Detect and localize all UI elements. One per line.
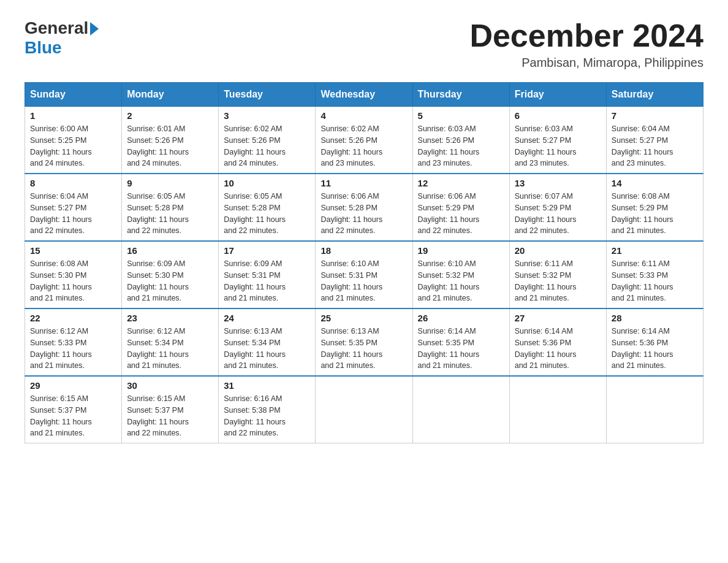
day-cell: 17Sunrise: 6:09 AMSunset: 5:31 PMDayligh…	[219, 241, 316, 308]
day-cell: 30Sunrise: 6:15 AMSunset: 5:37 PMDayligh…	[122, 376, 219, 443]
day-number: 15	[30, 245, 116, 256]
week-row-3: 15Sunrise: 6:08 AMSunset: 5:30 PMDayligh…	[25, 241, 703, 308]
day-info: Sunrise: 6:10 AMSunset: 5:31 PMDaylight:…	[320, 258, 407, 304]
day-number: 5	[418, 110, 504, 121]
day-info: Sunrise: 6:04 AMSunset: 5:27 PMDaylight:…	[30, 191, 116, 237]
day-number: 1	[30, 110, 116, 121]
day-number: 30	[127, 380, 213, 391]
day-info: Sunrise: 6:07 AMSunset: 5:29 PMDaylight:…	[515, 191, 601, 237]
day-number: 6	[515, 110, 601, 121]
day-info: Sunrise: 6:14 AMSunset: 5:36 PMDaylight:…	[612, 326, 698, 372]
col-header-friday: Friday	[509, 83, 606, 107]
day-cell: 15Sunrise: 6:08 AMSunset: 5:30 PMDayligh…	[25, 241, 122, 308]
day-number: 14	[612, 178, 698, 188]
day-number: 13	[515, 178, 601, 188]
day-cell: 1Sunrise: 6:00 AMSunset: 5:25 PMDaylight…	[25, 107, 122, 174]
day-cell: 23Sunrise: 6:12 AMSunset: 5:34 PMDayligh…	[122, 308, 219, 376]
day-number: 27	[515, 313, 601, 323]
day-info: Sunrise: 6:14 AMSunset: 5:36 PMDaylight:…	[515, 326, 601, 372]
col-header-thursday: Thursday	[412, 83, 509, 107]
day-cell: 19Sunrise: 6:10 AMSunset: 5:32 PMDayligh…	[412, 241, 509, 308]
day-cell: 16Sunrise: 6:09 AMSunset: 5:30 PMDayligh…	[122, 241, 219, 308]
day-cell: 29Sunrise: 6:15 AMSunset: 5:37 PMDayligh…	[25, 376, 122, 443]
col-header-saturday: Saturday	[606, 83, 703, 107]
col-header-wednesday: Wednesday	[316, 83, 412, 107]
logo-blue: Blue	[25, 38, 62, 57]
day-number: 4	[320, 110, 407, 121]
day-cell: 6Sunrise: 6:03 AMSunset: 5:27 PMDaylight…	[509, 107, 606, 174]
day-info: Sunrise: 6:03 AMSunset: 5:27 PMDaylight:…	[515, 123, 601, 169]
logo: General Blue	[25, 18, 99, 58]
day-info: Sunrise: 6:06 AMSunset: 5:28 PMDaylight:…	[320, 191, 407, 237]
day-cell: 31Sunrise: 6:16 AMSunset: 5:38 PMDayligh…	[219, 376, 316, 443]
day-cell: 9Sunrise: 6:05 AMSunset: 5:28 PMDaylight…	[122, 174, 219, 241]
month-title: December 2024	[469, 18, 703, 53]
day-number: 7	[612, 110, 698, 121]
day-number: 25	[320, 313, 407, 323]
day-cell: 18Sunrise: 6:10 AMSunset: 5:31 PMDayligh…	[316, 241, 412, 308]
day-info: Sunrise: 6:13 AMSunset: 5:34 PMDaylight:…	[224, 326, 310, 372]
day-cell	[606, 376, 703, 443]
title-section: December 2024 Pambisan, Mimaropa, Philip…	[469, 18, 703, 70]
day-info: Sunrise: 6:06 AMSunset: 5:29 PMDaylight:…	[418, 191, 504, 237]
day-cell: 7Sunrise: 6:04 AMSunset: 5:27 PMDaylight…	[606, 107, 703, 174]
page-header: General Blue December 2024 Pambisan, Mim…	[25, 18, 703, 70]
day-cell: 21Sunrise: 6:11 AMSunset: 5:33 PMDayligh…	[606, 241, 703, 308]
day-cell: 22Sunrise: 6:12 AMSunset: 5:33 PMDayligh…	[25, 308, 122, 376]
day-info: Sunrise: 6:15 AMSunset: 5:37 PMDaylight:…	[127, 393, 213, 439]
day-info: Sunrise: 6:02 AMSunset: 5:26 PMDaylight:…	[224, 123, 310, 169]
logo-general: General	[25, 18, 88, 38]
day-cell: 8Sunrise: 6:04 AMSunset: 5:27 PMDaylight…	[25, 174, 122, 241]
day-cell: 2Sunrise: 6:01 AMSunset: 5:26 PMDaylight…	[122, 107, 219, 174]
logo-arrow-icon	[90, 22, 99, 36]
day-info: Sunrise: 6:01 AMSunset: 5:26 PMDaylight:…	[127, 123, 213, 169]
day-number: 23	[127, 313, 213, 323]
day-number: 26	[418, 313, 504, 323]
day-number: 12	[418, 178, 504, 188]
day-cell: 5Sunrise: 6:03 AMSunset: 5:26 PMDaylight…	[412, 107, 509, 174]
day-info: Sunrise: 6:04 AMSunset: 5:27 PMDaylight:…	[612, 123, 698, 169]
week-row-5: 29Sunrise: 6:15 AMSunset: 5:37 PMDayligh…	[25, 376, 703, 443]
day-number: 10	[224, 178, 310, 188]
day-cell: 28Sunrise: 6:14 AMSunset: 5:36 PMDayligh…	[606, 308, 703, 376]
week-row-1: 1Sunrise: 6:00 AMSunset: 5:25 PMDaylight…	[25, 107, 703, 174]
day-info: Sunrise: 6:09 AMSunset: 5:31 PMDaylight:…	[224, 258, 310, 304]
day-number: 17	[224, 245, 310, 256]
header-row: SundayMondayTuesdayWednesdayThursdayFrid…	[25, 83, 703, 107]
day-number: 24	[224, 313, 310, 323]
day-number: 29	[30, 380, 116, 391]
day-cell: 4Sunrise: 6:02 AMSunset: 5:26 PMDaylight…	[316, 107, 412, 174]
week-row-2: 8Sunrise: 6:04 AMSunset: 5:27 PMDaylight…	[25, 174, 703, 241]
day-info: Sunrise: 6:10 AMSunset: 5:32 PMDaylight:…	[418, 258, 504, 304]
calendar-table: SundayMondayTuesdayWednesdayThursdayFrid…	[25, 82, 703, 443]
day-number: 19	[418, 245, 504, 256]
day-info: Sunrise: 6:12 AMSunset: 5:33 PMDaylight:…	[30, 326, 116, 372]
day-info: Sunrise: 6:16 AMSunset: 5:38 PMDaylight:…	[224, 393, 310, 439]
day-cell: 25Sunrise: 6:13 AMSunset: 5:35 PMDayligh…	[316, 308, 412, 376]
day-cell: 27Sunrise: 6:14 AMSunset: 5:36 PMDayligh…	[509, 308, 606, 376]
location: Pambisan, Mimaropa, Philippines	[469, 56, 703, 70]
week-row-4: 22Sunrise: 6:12 AMSunset: 5:33 PMDayligh…	[25, 308, 703, 376]
day-number: 31	[224, 380, 310, 391]
day-number: 3	[224, 110, 310, 121]
day-info: Sunrise: 6:11 AMSunset: 5:33 PMDaylight:…	[612, 258, 698, 304]
day-cell: 24Sunrise: 6:13 AMSunset: 5:34 PMDayligh…	[219, 308, 316, 376]
day-info: Sunrise: 6:14 AMSunset: 5:35 PMDaylight:…	[418, 326, 504, 372]
day-info: Sunrise: 6:12 AMSunset: 5:34 PMDaylight:…	[127, 326, 213, 372]
day-info: Sunrise: 6:05 AMSunset: 5:28 PMDaylight:…	[224, 191, 310, 237]
day-cell: 10Sunrise: 6:05 AMSunset: 5:28 PMDayligh…	[219, 174, 316, 241]
day-info: Sunrise: 6:08 AMSunset: 5:29 PMDaylight:…	[612, 191, 698, 237]
day-info: Sunrise: 6:08 AMSunset: 5:30 PMDaylight:…	[30, 258, 116, 304]
day-number: 18	[320, 245, 407, 256]
day-cell: 13Sunrise: 6:07 AMSunset: 5:29 PMDayligh…	[509, 174, 606, 241]
day-number: 20	[515, 245, 601, 256]
day-info: Sunrise: 6:15 AMSunset: 5:37 PMDaylight:…	[30, 393, 116, 439]
col-header-monday: Monday	[122, 83, 219, 107]
day-info: Sunrise: 6:11 AMSunset: 5:32 PMDaylight:…	[515, 258, 601, 304]
day-cell: 14Sunrise: 6:08 AMSunset: 5:29 PMDayligh…	[606, 174, 703, 241]
day-number: 16	[127, 245, 213, 256]
day-number: 28	[612, 313, 698, 323]
day-number: 22	[30, 313, 116, 323]
day-cell: 11Sunrise: 6:06 AMSunset: 5:28 PMDayligh…	[316, 174, 412, 241]
day-number: 21	[612, 245, 698, 256]
